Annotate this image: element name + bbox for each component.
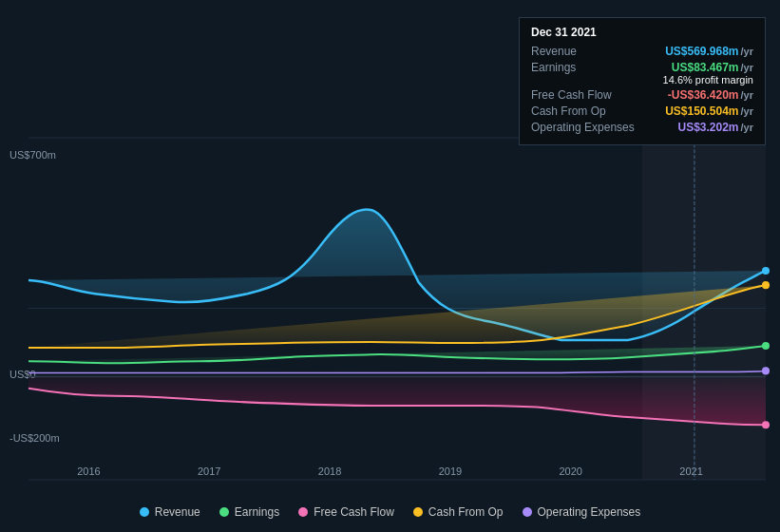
tooltip-box: Dec 31 2021 Revenue US$569.968m/yr Earni… (519, 17, 766, 145)
legend-item-fcf[interactable]: Free Cash Flow (298, 505, 394, 519)
tooltip-cashfromop-value: US$150.504m/yr (665, 104, 753, 118)
tooltip-earnings-margin: 14.6% profit margin (663, 74, 753, 86)
tooltip-fcf-row: Free Cash Flow -US$36.420m/yr (531, 88, 753, 102)
fcf-end-dot (762, 421, 770, 428)
legend-item-earnings[interactable]: Earnings (219, 505, 279, 519)
chart-legend: Revenue Earnings Free Cash Flow Cash Fro… (0, 505, 780, 519)
chart-container: Dec 31 2021 Revenue US$569.968m/yr Earni… (0, 0, 780, 532)
tooltip-cashfromop-row: Cash From Op US$150.504m/yr (531, 104, 753, 118)
tooltip-revenue-label: Revenue (531, 45, 636, 58)
tooltip-fcf-label: Free Cash Flow (531, 88, 636, 102)
tooltip-opex-value: US$3.202m/yr (677, 121, 753, 134)
legend-item-revenue[interactable]: Revenue (140, 505, 200, 519)
tooltip-opex-label: Operating Expenses (531, 121, 636, 134)
legend-label-opex: Operating Expenses (538, 505, 641, 519)
tooltip-cashfromop-label: Cash From Op (531, 104, 636, 118)
tooltip-earnings-label: Earnings (531, 61, 636, 74)
legend-dot-fcf (298, 507, 308, 517)
tooltip-earnings-row: Earnings US$83.467m/yr 14.6% profit marg… (531, 61, 753, 86)
legend-dot-opex (523, 507, 532, 517)
legend-label-fcf: Free Cash Flow (314, 505, 394, 519)
legend-item-cashfromop[interactable]: Cash From Op (413, 505, 504, 519)
earnings-end-dot (762, 342, 770, 350)
legend-label-earnings: Earnings (235, 505, 279, 519)
cashfromop-end-dot (762, 281, 770, 289)
legend-dot-cashfromop (413, 507, 423, 517)
legend-dot-revenue (140, 507, 149, 517)
chart-svg (29, 138, 766, 480)
tooltip-fcf-value: -US$36.420m/yr (668, 88, 753, 102)
opex-end-dot (762, 367, 770, 374)
legend-label-cashfromop: Cash From Op (428, 505, 504, 519)
legend-label-revenue: Revenue (155, 505, 200, 519)
tooltip-revenue-value: US$569.968m/yr (665, 45, 753, 58)
tooltip-date: Dec 31 2021 (531, 26, 753, 39)
chart-svg-area (29, 138, 766, 480)
fcf-fill (29, 376, 766, 425)
tooltip-opex-row: Operating Expenses US$3.202m/yr (531, 121, 753, 134)
revenue-end-dot (762, 267, 770, 275)
legend-dot-earnings (219, 507, 229, 517)
legend-item-opex[interactable]: Operating Expenses (523, 505, 641, 519)
tooltip-revenue-row: Revenue US$569.968m/yr (531, 45, 753, 58)
tooltip-earnings-value: US$83.467m/yr (672, 61, 753, 74)
